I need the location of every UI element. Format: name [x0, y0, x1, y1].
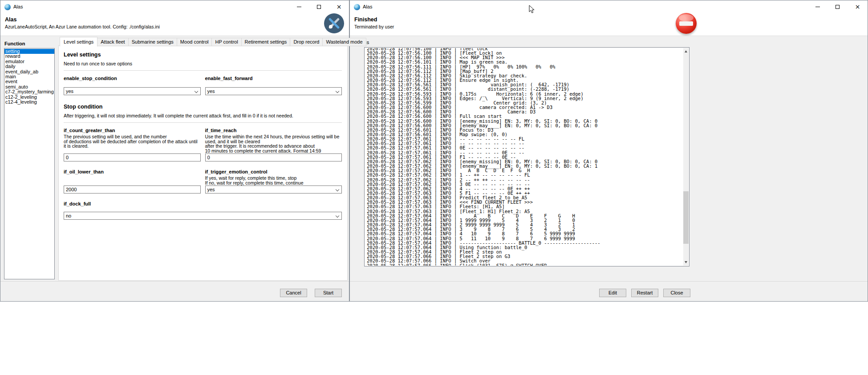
titlebar[interactable]: Alas × [350, 0, 868, 13]
alas-logo-icon [4, 4, 11, 10]
cancel-button[interactable]: Cancel [280, 289, 307, 297]
edit-button[interactable]: Edit [599, 289, 626, 297]
minimize-button[interactable] [289, 0, 309, 13]
tab-page-level-settings: Level settings Need to run once to save … [58, 45, 348, 281]
field-label: if_trigger_emotion_control [205, 169, 342, 174]
minimize-button[interactable] [807, 0, 827, 13]
tab[interactable]: Drop record [290, 38, 323, 46]
log-line: 2020-05-28 12:07:57.066 | INFO | Click (… [367, 263, 683, 266]
window-alas-run: Alas × Finished Terminated by user Statu… [349, 0, 868, 302]
section-subtitle-level-settings: Need to run once to save options [64, 61, 342, 66]
tab[interactable]: Retirement settings [242, 38, 291, 46]
tab[interactable]: HP control [212, 38, 241, 46]
divider [64, 122, 342, 123]
minimize-icon [815, 7, 820, 7]
enable-stop-condition-select[interactable]: yes [64, 87, 201, 95]
close-button[interactable]: × [329, 0, 349, 13]
tab[interactable]: Wasteland mode [323, 38, 366, 46]
config-subtitle: AzurLaneAutoScript, An Azur Lane automat… [5, 24, 160, 29]
tab[interactable]: Submarine settings [129, 38, 177, 46]
tab[interactable]: Mood control [177, 38, 212, 46]
function-item[interactable]: c7-2_mystery_farming [4, 89, 54, 94]
maximize-button[interactable] [827, 0, 848, 13]
field-if-trigger-emotion-control: if_trigger_emotion_control If yes, wait … [205, 169, 342, 194]
wrench-head-icon [329, 25, 333, 28]
maximize-icon [317, 5, 321, 9]
if-trigger-emotion-control-select[interactable]: yes [205, 185, 342, 194]
chevron-down-icon [194, 89, 198, 93]
if-count-greater-than-input[interactable] [64, 153, 201, 161]
field-description: If yes, wait for reply, complete this ti… [205, 176, 342, 185]
log-line: 2020-05-28 12:07:57.066 | INFO | Switch … [367, 258, 683, 263]
function-item[interactable]: c12-4_leveling [4, 100, 54, 105]
settings-notebook: Level settingsAttack fleetSubmarine sett… [58, 37, 348, 281]
tab[interactable]: Level settings [60, 37, 97, 47]
arrow-down-icon [685, 261, 687, 263]
close-icon: × [337, 4, 342, 10]
minimize-icon [297, 7, 301, 7]
config-content: Function settingrewardemulatordailyevent… [0, 36, 349, 281]
chevron-down-icon [336, 89, 339, 93]
field-enable-stop-condition: enable_stop_condition yes [64, 76, 201, 95]
log-line: 2020-05-28 12:07:56.600 | INFO | Full sc… [367, 114, 683, 118]
run-header: Finished Terminated by user [350, 13, 868, 36]
stop-bar [679, 21, 693, 26]
log-scrollbar[interactable] [683, 48, 689, 266]
function-item[interactable]: daily [4, 64, 54, 69]
function-listbox[interactable]: settingrewardemulatordailyevent_daily_ab… [4, 48, 55, 279]
titlebar[interactable]: Alas × [0, 0, 349, 13]
if-oil-lower-than-input[interactable] [64, 185, 201, 194]
tab-strip: Level settingsAttack fleetSubmarine sett… [60, 37, 348, 46]
run-footer: Edit Restart Close [350, 281, 868, 301]
log-output[interactable]: 2020-05-28 12:07:56.100 | INFO | fleet_l… [364, 47, 690, 266]
if-time-reach-input[interactable] [205, 153, 342, 161]
arrow-up-icon [685, 50, 687, 52]
scroll-down-button[interactable] [683, 259, 689, 266]
restart-button[interactable]: Restart [631, 289, 658, 297]
field-description: The previous setting will be used, and t… [64, 134, 201, 149]
field-label: if_dock_full [64, 201, 342, 206]
section-title-level-settings: Level settings [64, 52, 342, 58]
close-icon: × [855, 4, 860, 10]
tab[interactable]: Attack fleet [97, 38, 128, 46]
field-if-dock-full: if_dock_full no [64, 201, 342, 220]
scrollbar-thumb[interactable] [683, 191, 689, 244]
section-subtitle-stop-condition: After triggering, it will not stop immed… [64, 113, 342, 118]
selected-value: no [66, 213, 71, 218]
config-header: Alas AzurLaneAutoScript, An Azur Lane au… [0, 13, 349, 36]
if-dock-full-select[interactable]: no [64, 212, 342, 220]
window-title: Alas [13, 4, 23, 9]
window-alas-config: Alas × Alas AzurLaneAutoScript, An Azur … [0, 0, 349, 302]
stop-sign-icon [676, 13, 697, 34]
field-label: if_oil_lower_than [64, 169, 201, 174]
maximize-button[interactable] [309, 0, 329, 13]
divider [64, 70, 342, 71]
run-content: Status 2020-05-28 12:07:56.100 | INFO | … [350, 36, 868, 281]
desktop: Alas × Alas AzurLaneAutoScript, An Azur … [0, 0, 868, 375]
function-list-label: Function [4, 41, 25, 46]
config-title: Alas [5, 16, 16, 23]
field-description: Use the time within the next 24 hours, t… [205, 134, 342, 153]
log-lines: 2020-05-28 12:07:56.100 | INFO | fleet_l… [367, 48, 683, 266]
field-label: enable_stop_condition [64, 76, 201, 81]
alas-logo-icon [354, 4, 360, 10]
scroll-up-button[interactable] [683, 48, 689, 55]
selected-value: yes [207, 89, 215, 94]
enable-fast-forward-select[interactable]: yes [205, 87, 342, 95]
selected-value: yes [66, 89, 73, 94]
gloss-highlight [679, 14, 694, 21]
field-label: enable_fast_forward [205, 76, 342, 81]
field-if-time-reach: if_time_reach Use the time within the ne… [205, 128, 342, 161]
window-title: Alas [363, 4, 372, 9]
close-button[interactable]: × [848, 0, 868, 13]
mouse-cursor [529, 5, 535, 14]
close-session-button[interactable]: Close [663, 289, 690, 297]
config-footer: Cancel Start [0, 281, 349, 301]
field-enable-fast-forward: enable_fast_forward yes [205, 76, 342, 95]
tools-icon [324, 13, 344, 33]
selected-value: yes [207, 187, 215, 192]
field-if-oil-lower-than: if_oil_lower_than [64, 169, 201, 194]
field-if-count-greater-than: if_count_greater_than The previous setti… [64, 128, 201, 161]
start-button[interactable]: Start [315, 289, 342, 297]
run-status-subtitle: Terminated by user [354, 24, 394, 29]
